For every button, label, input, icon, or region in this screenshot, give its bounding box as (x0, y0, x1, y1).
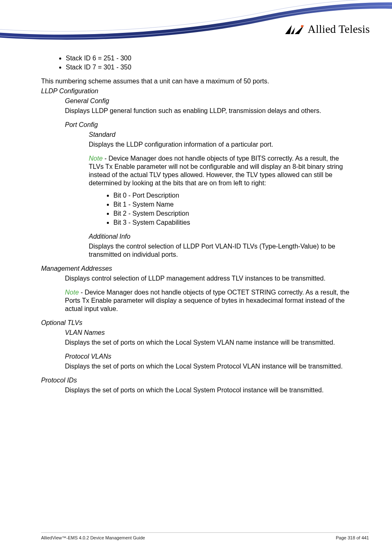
brand: Allied Telesis (285, 23, 370, 36)
management-addresses-body: Displays control selection of LLDP manag… (65, 274, 351, 283)
list-item: Bit 1 - System Name (113, 200, 351, 209)
general-config-title: General Config (65, 97, 351, 105)
protocol-ids-heading: Protocol IDs (41, 376, 351, 385)
list-item: Stack ID 6 = 251 - 300 (66, 54, 351, 62)
list-item: Stack ID 7 = 301 - 350 (66, 63, 351, 71)
footer-right: Page 318 of 441 (336, 535, 369, 540)
management-addresses-heading: Management Addresses (41, 265, 351, 273)
svg-marker-0 (285, 25, 292, 34)
note-label: Note (65, 289, 79, 296)
protocol-vlans-title: Protocol VLANs (65, 352, 351, 361)
svg-point-3 (301, 25, 303, 27)
header-band: Allied Telesis (0, 0, 392, 51)
stack-id-list: Stack ID 6 = 251 - 300 Stack ID 7 = 301 … (41, 54, 351, 71)
vlan-names-title: VLAN Names (65, 329, 351, 337)
list-item: Bit 2 - System Description (113, 210, 351, 218)
svg-marker-1 (291, 27, 295, 34)
additional-info-body: Displays the control selection of LLDP P… (89, 242, 351, 259)
optional-tlvs-heading: Optional TLVs (41, 319, 351, 327)
page-footer: AlliedView™-EMS 4.0.2 Device Management … (41, 532, 369, 540)
note-label: Note (89, 155, 103, 162)
general-config-body: Displays LLDP general function such as e… (65, 107, 351, 115)
standard-note: Note - Device Manager does not handle ob… (89, 154, 351, 187)
intro-paragraph: This numbering scheme assumes that a uni… (41, 77, 351, 85)
standard-body: Displays the LLDP configuration informat… (89, 140, 351, 149)
additional-info-title: Additional Info (89, 233, 351, 241)
protocol-ids-body: Displays the set of ports on which the L… (65, 386, 351, 394)
footer-left: AlliedView™-EMS 4.0.2 Device Management … (41, 535, 145, 540)
list-item: Bit 0 - Port Description (113, 191, 351, 200)
port-config-title: Port Config (65, 121, 351, 129)
list-item: Bit 3 - System Capabilities (113, 219, 351, 227)
brand-text: Allied Telesis (308, 23, 370, 36)
lldp-config-heading: LLDP Configuration (41, 87, 351, 95)
brand-logo-icon (285, 24, 304, 35)
page-content: Stack ID 6 = 251 - 300 Stack ID 7 = 301 … (0, 53, 392, 396)
note-body: - Device Manager does not handle objects… (65, 289, 349, 312)
management-note: Note - Device Manager does not handle ob… (65, 288, 351, 313)
standard-title: Standard (89, 131, 351, 139)
protocol-vlans-body: Displays the set of ports on which the L… (65, 362, 351, 371)
bits-list: Bit 0 - Port Description Bit 1 - System … (41, 191, 351, 227)
vlan-names-body: Displays the set of ports on which the L… (65, 339, 351, 347)
note-body: - Device Manager does not handle objects… (89, 155, 343, 187)
